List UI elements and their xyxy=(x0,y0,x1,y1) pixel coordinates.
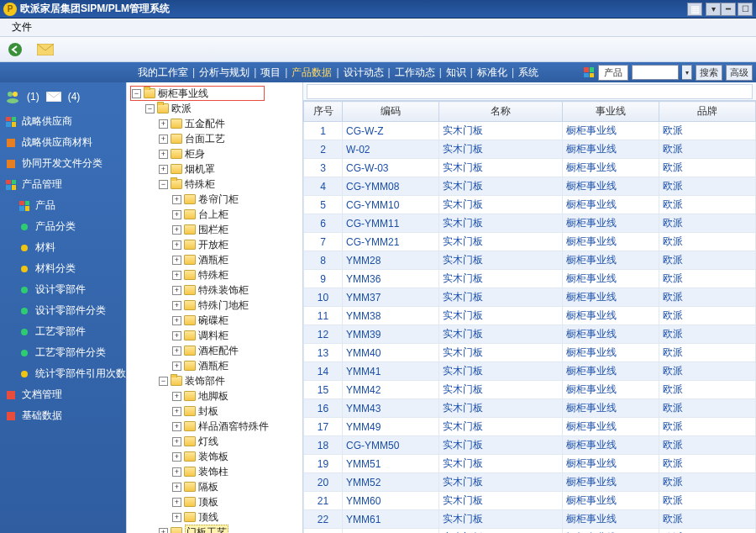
table-row[interactable]: 20YMM52实木门板橱柜事业线欧派 xyxy=(304,473,756,492)
tree-node[interactable]: +五金配件 xyxy=(129,116,301,131)
expand-icon[interactable]: + xyxy=(172,316,181,325)
column-header[interactable]: 事业线 xyxy=(562,102,659,122)
expand-icon[interactable]: + xyxy=(172,210,181,219)
tree-node[interactable]: +特殊装饰柜 xyxy=(129,282,301,298)
tree-node[interactable]: +地脚板 xyxy=(129,388,301,404)
expand-icon[interactable]: + xyxy=(172,331,181,340)
data-grid-scroll[interactable]: 序号编码名称事业线品牌 1CG-W-Z实木门板橱柜事业线欧派2W-02实木门板橱… xyxy=(303,101,756,533)
expand-icon[interactable]: + xyxy=(159,528,168,534)
tree-node[interactable]: +酒瓶柜 xyxy=(129,252,301,267)
column-header[interactable]: 名称 xyxy=(439,102,563,122)
collapse-icon[interactable]: − xyxy=(132,89,141,98)
expand-icon[interactable]: + xyxy=(172,467,181,477)
advanced-search-button[interactable]: 高级 xyxy=(726,65,753,81)
table-row[interactable]: 13YMM40实木门板橱柜事业线欧派 xyxy=(304,344,756,362)
expand-icon[interactable]: + xyxy=(159,150,168,159)
tree-node[interactable]: +调料柜 xyxy=(129,328,301,343)
mail-button[interactable] xyxy=(35,40,55,60)
tree-node[interactable]: +顶线 xyxy=(129,509,301,525)
expand-icon[interactable]: + xyxy=(172,437,181,446)
menu-file[interactable]: 文件 xyxy=(5,18,39,36)
tree-node[interactable]: +台上柜 xyxy=(129,207,301,222)
search-dropdown-icon[interactable]: ▾ xyxy=(682,65,692,80)
table-row[interactable]: 19YMM51实木门板橱柜事业线欧派 xyxy=(304,455,756,473)
tree-node[interactable]: +酒柜配件 xyxy=(129,343,301,358)
table-row[interactable]: 21YMM60实木门板橱柜事业线欧派 xyxy=(304,492,756,510)
nav-tab[interactable]: 标准化 xyxy=(474,66,511,78)
expand-icon[interactable]: + xyxy=(172,286,181,295)
nav-tab[interactable]: 系统 xyxy=(515,66,542,78)
expand-icon[interactable]: + xyxy=(172,422,181,431)
expand-icon[interactable]: + xyxy=(172,301,181,310)
expand-icon[interactable]: + xyxy=(159,165,168,174)
tree-node[interactable]: −橱柜事业线 xyxy=(129,86,301,101)
table-row[interactable]: 7CG-YMM21实木门板橱柜事业线欧派 xyxy=(304,233,756,251)
column-header[interactable]: 品牌 xyxy=(659,102,755,122)
expand-icon[interactable]: + xyxy=(172,346,181,356)
back-button[interactable] xyxy=(5,40,25,60)
table-row[interactable]: 10YMM37实木门板橱柜事业线欧派 xyxy=(304,288,756,307)
search-input[interactable] xyxy=(632,65,679,80)
table-row[interactable]: 2W-02实木门板橱柜事业线欧派 xyxy=(304,140,756,159)
tree-node[interactable]: +特殊柜 xyxy=(129,267,301,282)
sidebar-item[interactable]: 基础数据 xyxy=(3,405,123,426)
sidebar-item[interactable]: 设计零部件分类 xyxy=(3,300,123,321)
sidebar-item[interactable]: 材料分类 xyxy=(3,258,123,279)
layout-icon[interactable]: ▦ xyxy=(687,3,702,16)
tree-node[interactable]: −欧派 xyxy=(129,101,301,116)
collapse-icon[interactable]: − xyxy=(159,377,168,386)
tree-node[interactable]: +卷帘门柜 xyxy=(129,192,301,207)
tree-node[interactable]: +围栏柜 xyxy=(129,222,301,237)
expand-icon[interactable]: + xyxy=(172,225,181,235)
dropdown-icon[interactable]: ▾ xyxy=(706,3,721,16)
collapse-icon[interactable]: − xyxy=(145,104,155,113)
expand-icon[interactable]: + xyxy=(172,240,181,250)
expand-icon[interactable]: + xyxy=(172,483,181,492)
tree-node[interactable]: +碗碟柜 xyxy=(129,313,301,328)
nav-tab[interactable]: 知识 xyxy=(443,66,470,78)
expand-icon[interactable]: + xyxy=(159,135,168,144)
tree-node[interactable]: +样品酒窖特殊件 xyxy=(129,419,301,434)
tree-node[interactable]: +装饰柱 xyxy=(129,464,301,479)
nav-tab[interactable]: 我的工作室 xyxy=(134,66,192,78)
search-button[interactable]: 搜索 xyxy=(696,65,722,81)
expand-icon[interactable]: + xyxy=(172,271,181,280)
sidebar-item[interactable]: 统计零部件引用次数 xyxy=(3,363,123,384)
tree-node[interactable]: +灯线 xyxy=(129,434,301,449)
nav-tab[interactable]: 分析与规划 xyxy=(196,66,253,78)
expand-icon[interactable]: + xyxy=(172,361,181,371)
sidebar-item[interactable]: 文档管理 xyxy=(3,384,123,405)
table-row[interactable]: 17YMM49实木门板橱柜事业线欧派 xyxy=(304,418,756,436)
tree-node[interactable]: −特殊柜 xyxy=(129,177,301,192)
expand-icon[interactable]: + xyxy=(172,407,181,416)
table-row[interactable]: 5CG-YMM10实木门板橱柜事业线欧派 xyxy=(304,196,756,214)
table-row[interactable]: 8YMM28实木门板橱柜事业线欧派 xyxy=(304,251,756,270)
tree-node[interactable]: −装饰部件 xyxy=(129,373,301,388)
expand-icon[interactable]: + xyxy=(159,119,168,129)
tree-node[interactable]: +烟机罩 xyxy=(129,161,301,177)
tree-node[interactable]: +开放柜 xyxy=(129,237,301,252)
table-row[interactable]: 22YMM61实木门板橱柜事业线欧派 xyxy=(304,510,756,529)
sidebar-item[interactable]: 材料 xyxy=(3,237,123,258)
sidebar-item[interactable]: 战略供应商材料 xyxy=(3,132,123,153)
nav-tab[interactable]: 设计动态 xyxy=(340,66,387,78)
table-row[interactable]: 16YMM43实木门板橱柜事业线欧派 xyxy=(304,399,756,418)
table-row[interactable]: 3CG-W-03实木门板橱柜事业线欧派 xyxy=(304,159,756,177)
nav-tab[interactable]: 工作动态 xyxy=(391,66,438,78)
tree-node[interactable]: +封板 xyxy=(129,404,301,419)
nav-tab[interactable]: 项目 xyxy=(257,66,284,78)
sidebar-item[interactable]: 产品分类 xyxy=(3,216,123,237)
sidebar-item[interactable]: 产品 xyxy=(3,195,123,216)
table-row[interactable]: 14YMM41实木门板橱柜事业线欧派 xyxy=(304,362,756,381)
table-row[interactable]: 18CG-YMM50实木门板橱柜事业线欧派 xyxy=(304,436,756,455)
collapse-icon[interactable]: − xyxy=(159,180,168,189)
sidebar-item[interactable]: 协同开发文件分类 xyxy=(3,153,123,174)
maximize-button[interactable]: ☐ xyxy=(738,3,753,16)
search-type-label[interactable]: 产品 xyxy=(598,65,628,81)
sidebar-item[interactable]: 工艺零部件 xyxy=(3,321,123,342)
tree-node[interactable]: +装饰板 xyxy=(129,449,301,464)
tree-node[interactable]: +酒瓶柜 xyxy=(129,358,301,373)
table-row[interactable]: 1CG-W-Z实木门板橱柜事业线欧派 xyxy=(304,122,756,140)
expand-icon[interactable]: + xyxy=(172,392,181,401)
column-header[interactable]: 序号 xyxy=(304,102,343,122)
